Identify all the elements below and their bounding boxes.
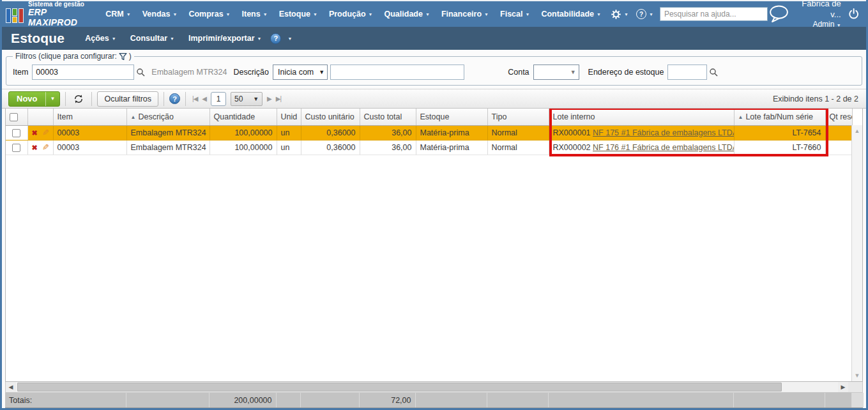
scroll-down-icon[interactable]: ▼ [855,372,860,379]
chevron-down-icon: ▼ [226,12,231,17]
row-checkbox[interactable] [12,144,20,152]
pagination: |◀ ◀ 1 50 ▼ ▶ ▶| [192,92,281,106]
cell-tipo: Normal [487,125,549,140]
maxiprod-logo-icon [6,6,24,23]
scroll-up-icon[interactable]: ▲ [855,128,860,134]
new-button[interactable]: Novo ▼ [8,91,60,107]
vertical-scrollbar[interactable]: ▲ ▼ [851,125,862,381]
account-info[interactable]: Fábrica de v... Admin ▼ [795,0,841,29]
menu-financeiro[interactable]: Financeiro▼ [436,6,494,22]
section-help-icon[interactable]: ? [270,33,281,44]
menu-estoque[interactable]: Estoque▼ [273,6,323,22]
last-page-button[interactable]: ▶| [276,95,281,102]
sort-asc-icon: ▲ [131,114,136,120]
endereco-search-icon[interactable] [709,68,719,77]
menu-consultar[interactable]: Consultar▼ [125,31,179,46]
app-logo[interactable]: Sistema de gestão ERP MAXIPROD [6,1,89,27]
header-custo-total[interactable]: Custo total [360,109,416,125]
delete-icon[interactable]: ✖ [32,129,38,137]
header-qt-reservada[interactable]: Qt rese [825,109,852,125]
menu-vendas[interactable]: Vendas▼ [137,6,183,22]
edit-icon[interactable]: ✎ [42,128,49,137]
chevron-down-icon: ▼ [313,12,317,17]
header-quantidade[interactable]: Quantidade [209,109,277,125]
menu-fiscal[interactable]: Fiscal▼ [494,6,535,22]
horizontal-scrollbar[interactable]: ◀ ▶ [5,382,863,393]
chevron-down-icon: ▼ [172,12,177,17]
conta-select[interactable]: ▼ [533,65,579,80]
header-unid[interactable]: Unid [277,109,301,125]
header-descricao[interactable]: ▲Descrição [126,109,209,125]
scroll-left-icon[interactable]: ◀ [6,382,16,392]
endereco-filter-label: Endereço de estoque [588,68,664,77]
cell-custo-total: 36,00 [360,140,416,155]
new-button-dropdown[interactable]: ▼ [45,92,60,106]
cell-estoque: Matéria-prima [416,125,487,140]
endereco-filter-input[interactable] [667,65,707,80]
menu-crm[interactable]: CRM▼ [100,6,136,22]
menu-itens[interactable]: Itens▼ [236,6,273,22]
edit-icon[interactable]: ✎ [42,142,49,152]
chevron-down-icon[interactable]: ▼ [287,36,292,41]
row-checkbox[interactable] [12,129,20,137]
power-icon[interactable] [848,7,860,21]
refresh-button[interactable] [71,93,86,105]
next-page-button[interactable]: ▶ [267,95,271,102]
menu-producao[interactable]: Produção▼ [323,6,379,22]
header-lote-interno[interactable]: Lote interno [549,109,734,125]
menu-compras[interactable]: Compras▼ [183,6,236,22]
help-icon: ? [636,9,646,19]
refresh-icon [73,94,84,104]
descricao-operator-select[interactable]: Inicia com ▼ [273,65,328,80]
delete-icon[interactable]: ✖ [32,144,38,151]
header-item[interactable]: Item [53,109,126,125]
hscroll-thumb[interactable] [17,383,782,391]
page-title: Estoque [11,31,65,46]
menu-imprimir-exportar[interactable]: Imprimir/exportar▼ [183,31,266,46]
help-menu[interactable]: ? ▼ [632,5,657,23]
header-custo-unitario[interactable]: Custo unitário [301,109,360,125]
sort-asc-icon: ▲ [738,114,743,120]
previous-page-button[interactable]: ◀ [202,95,206,102]
menu-contabilidade[interactable]: Contabilidade▼ [535,6,607,22]
header-lote-fab[interactable]: ▲Lote fab/Num série [734,109,825,125]
stock-grid: Item ▲Descrição Quantidade Unid Custo un… [5,109,863,382]
select-all-checkbox[interactable] [10,113,18,121]
chevron-down-icon: ▼ [263,12,268,17]
cell-quantidade: 100,00000 [209,140,277,155]
table-row[interactable]: ✖✎ 00003 Embalagem MTR324 100,00000 un 0… [6,140,852,155]
select-arrow-icon: ▼ [253,96,259,102]
current-page-box[interactable]: 1 [211,92,226,106]
chevron-down-icon: ▼ [597,12,601,17]
item-filter-label: Item [13,68,28,77]
gear-icon [611,9,621,20]
lote-nf-link[interactable]: NF 175 #1 Fábrica de embalagens LTDA [593,128,734,137]
lote-nf-link[interactable]: NF 176 #1 Fábrica de embalagens LTDA [593,143,734,152]
hide-filters-button[interactable]: Ocultar filtros [97,91,158,107]
header-tipo[interactable]: Tipo [487,109,549,125]
chevron-down-icon: ▼ [425,12,430,17]
menu-acoes[interactable]: Ações▼ [80,31,121,46]
cell-qt-reservada [825,125,852,140]
chat-bubble-icon[interactable] [768,4,789,24]
filters-legend[interactable]: Filtros (clique para configurar: ) [13,52,134,61]
chevron-down-icon: ▼ [369,12,373,17]
first-page-button[interactable]: |◀ [192,95,197,102]
chevron-down-icon: ▼ [257,36,262,41]
page-size-select[interactable]: 50 ▼ [231,92,263,106]
item-search-icon[interactable] [136,68,146,77]
header-estoque[interactable]: Estoque [416,109,487,125]
scroll-right-icon[interactable]: ▶ [838,382,848,392]
menu-qualidade[interactable]: Qualidade▼ [379,6,436,22]
item-filter-input[interactable] [32,65,134,80]
table-row[interactable]: ✖✎ 00003 Embalagem MTR324 100,00000 un 0… [6,125,852,140]
descricao-filter-input[interactable] [330,65,464,80]
settings-menu[interactable]: ▼ [607,5,632,24]
totals-label: Totais: [5,393,126,407]
totals-row: Totais: 200,00000 72,00 [5,393,863,408]
chevron-down-icon: ▼ [624,12,628,17]
toolbar-help-icon[interactable]: ? [169,93,180,104]
help-search-input[interactable] [660,7,768,21]
cell-lote-interno: RX000002 NF 176 #1 Fábrica de embalagens… [549,140,734,155]
company-name: Fábrica de v... [795,0,841,20]
